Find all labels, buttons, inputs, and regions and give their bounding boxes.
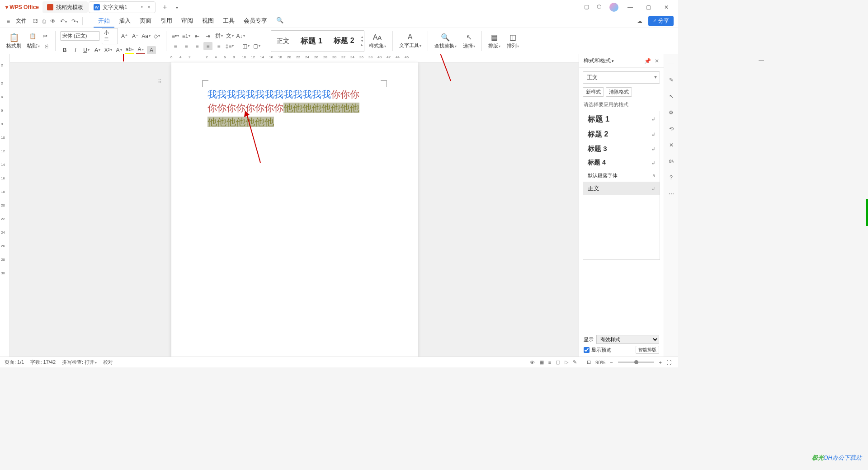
redo-button[interactable]: ↷ (71, 18, 78, 24)
fit-page-icon[interactable]: ⊡ (587, 359, 591, 365)
font-select[interactable]: 宋体 (正文) (60, 31, 100, 41)
page-indicator[interactable]: 页面: 1/1 (5, 359, 24, 366)
share-button[interactable]: ♂ 分享 (648, 16, 674, 26)
borders-button[interactable]: ▢ (252, 42, 261, 50)
spellcheck-status[interactable]: 拼写检查: 打开 (62, 359, 97, 366)
grow-font-icon[interactable]: A⁺ (120, 32, 129, 40)
style-item-h1[interactable]: 标题 1↲ (583, 111, 660, 127)
minimize-button[interactable]: — (624, 1, 637, 14)
change-case-icon[interactable]: Aa (142, 32, 151, 40)
text-effects-button[interactable]: A (114, 46, 123, 54)
arrange-button[interactable]: ◫排列 (505, 33, 521, 49)
reading-view-icon[interactable]: ▷ (565, 359, 568, 365)
cube-icon[interactable]: ⬡ (597, 4, 604, 11)
decrease-indent-button[interactable]: ⇤ (193, 32, 202, 40)
tab-member[interactable]: 会员专享 (239, 15, 272, 28)
sort-button[interactable]: A↓ (236, 32, 245, 40)
italic-button[interactable]: I (71, 46, 80, 54)
document-text[interactable]: 我我我我我我我我我我我我我你你你 你你你你你你你你他他他他他他他他 他他他他他他… (208, 88, 382, 129)
style-item-h4[interactable]: 标题 4↲ (583, 156, 660, 169)
cursor-icon[interactable]: ↖ (667, 92, 675, 100)
highlight-button[interactable]: ab (125, 46, 134, 54)
page-view-icon[interactable]: ▦ (539, 359, 544, 365)
select-button[interactable]: ↖选择 (461, 33, 477, 49)
print-icon[interactable]: ⎙ (42, 18, 46, 24)
close-panel-icon[interactable]: ✕ (655, 58, 659, 64)
edit-view-icon[interactable]: ✎ (573, 359, 577, 365)
align-justify-button[interactable]: ≡ (203, 42, 212, 50)
eye-icon[interactable]: 👁 (530, 360, 535, 365)
align-left-button[interactable]: ≡ (171, 42, 180, 50)
bold-button[interactable]: B (60, 46, 69, 54)
style-normal[interactable]: 正文 (271, 35, 295, 47)
style-item-default-font[interactable]: 默认段落字体a (583, 169, 660, 182)
font-color-button[interactable]: A (136, 46, 145, 54)
style-scroll-up[interactable]: ▴ (361, 35, 363, 39)
fullscreen-icon[interactable]: ⛶ (666, 360, 671, 365)
zoom-in-button[interactable]: + (659, 360, 662, 365)
edit-icon[interactable]: ✎ (667, 76, 675, 84)
find-replace-button[interactable]: 🔍查找替换 (433, 33, 458, 49)
style-item-h2[interactable]: 标题 2↲ (583, 127, 660, 142)
smart-layout-button[interactable]: 智能排版 (636, 346, 659, 354)
zoom-text[interactable]: 90% (595, 360, 605, 365)
copy-icon[interactable]: ⎘ (42, 42, 51, 50)
search-icon[interactable]: 🔍 (272, 15, 288, 28)
document-page[interactable]: ⠿ 我我我我我我我我我我我我我你你你 你你你你你你你你他他他他他他他他 他他他他… (171, 62, 418, 357)
pencil-icon[interactable]: — (667, 60, 675, 68)
pin-icon[interactable]: 📌 (644, 58, 651, 64)
menu-icon[interactable]: ≡ (7, 18, 10, 24)
paste-label[interactable]: 粘贴 (27, 42, 40, 50)
distribute-button[interactable]: ≡ (214, 42, 223, 50)
help-icon[interactable]: ? (667, 174, 675, 182)
underline-button[interactable]: U (82, 46, 91, 54)
tab-home[interactable]: 开始 (94, 15, 114, 28)
close-tab-icon[interactable]: × (147, 4, 151, 10)
style-set-button[interactable]: Aᴀ样式集 (367, 33, 388, 49)
bookmark-icon[interactable]: 🛍 (667, 157, 675, 165)
avatar[interactable] (609, 3, 618, 12)
shrink-font-icon[interactable]: A⁻ (131, 32, 140, 40)
numbering-button[interactable]: ≡1 (182, 32, 191, 40)
font-size-select[interactable]: 小二 (102, 28, 118, 44)
style-h1[interactable]: 标题 1 (295, 34, 328, 48)
link-icon[interactable]: ✕ (667, 141, 675, 149)
paste-button[interactable]: 📋 (27, 32, 39, 40)
style-scroll-down[interactable]: ▾ (361, 39, 363, 43)
superscript-button[interactable]: X² (104, 46, 113, 54)
align-right-button[interactable]: ≡ (193, 42, 202, 50)
new-tab-button[interactable]: + (160, 2, 170, 12)
tab-template[interactable]: 找稻壳模板 (42, 1, 88, 13)
increase-indent-button[interactable]: ⇥ (203, 32, 212, 40)
phonetic-button[interactable]: 拼 (214, 32, 223, 40)
tab-document[interactable]: W 文字文稿1 • × (89, 1, 156, 13)
settings-icon[interactable]: ⚙ (667, 108, 675, 117)
outline-view-icon[interactable]: ≡ (548, 360, 551, 365)
align-center-button[interactable]: ≡ (182, 42, 191, 50)
undo-button[interactable]: ↶ (60, 18, 67, 24)
preview-icon[interactable]: 👁 (50, 18, 56, 24)
close-button[interactable]: ✕ (660, 1, 673, 14)
tab-review[interactable]: 审阅 (177, 15, 198, 28)
web-view-icon[interactable]: ▢ (556, 359, 560, 365)
zoom-slider[interactable] (618, 362, 654, 363)
format-painter-button[interactable]: 📋格式刷 (4, 32, 24, 50)
reader-icon[interactable]: ▢ (584, 4, 591, 11)
new-style-button[interactable]: 新样式 (583, 87, 604, 97)
style-h2[interactable]: 标题 2 (328, 34, 360, 47)
tab-page[interactable]: 页面 (135, 15, 156, 28)
style-expand[interactable]: ▸ (361, 43, 363, 47)
cut-icon[interactable]: ✂ (41, 32, 50, 40)
style-item-normal[interactable]: 正文↲ (583, 182, 660, 195)
clear-format-button[interactable]: 清除格式 (606, 87, 632, 97)
word-count[interactable]: 字数: 17/42 (30, 359, 56, 366)
more-icon[interactable]: ⋯ (667, 190, 675, 198)
strikethrough-button[interactable]: A̶ (93, 46, 102, 54)
show-select[interactable]: 有效样式 (596, 335, 659, 344)
tab-reference[interactable]: 引用 (156, 15, 177, 28)
layout-button[interactable]: ▤排版 (486, 33, 502, 49)
current-style-select[interactable]: 正文 (583, 71, 660, 84)
cloud-icon[interactable]: ☁ (637, 18, 642, 24)
char-shading-button[interactable]: A (147, 46, 156, 54)
tab-view[interactable]: 视图 (198, 15, 218, 28)
